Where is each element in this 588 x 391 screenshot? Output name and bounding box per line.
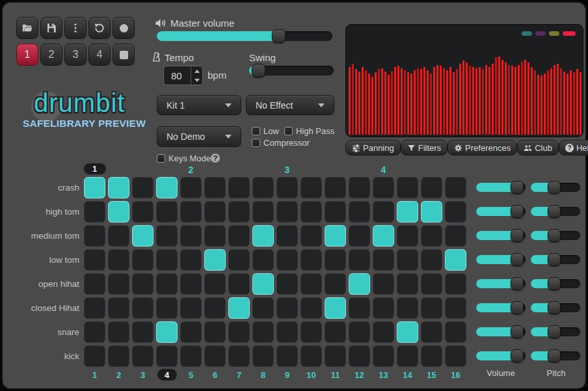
cell-crash-step-9[interactable] bbox=[276, 177, 298, 198]
keys-mode-checkbox[interactable] bbox=[157, 154, 165, 163]
cell-crash-step-5[interactable] bbox=[180, 177, 202, 198]
cell-snare-step-5[interactable] bbox=[180, 321, 202, 343]
cell-high-tom-step-15[interactable] bbox=[421, 201, 442, 222]
cell-open-hihat-step-4[interactable] bbox=[156, 273, 178, 295]
pitch-slider-closed-Hihat-thumb[interactable] bbox=[548, 301, 561, 314]
cell-crash-step-14[interactable] bbox=[397, 177, 418, 198]
high-pass-checkbox[interactable] bbox=[284, 127, 293, 135]
effect-select[interactable]: No Effect bbox=[246, 95, 334, 115]
cell-closed-Hihat-step-4[interactable] bbox=[156, 297, 178, 319]
cell-kick-step-4[interactable] bbox=[156, 345, 178, 367]
cell-medium-tom-step-11[interactable] bbox=[325, 225, 346, 247]
tempo-value[interactable]: 80 bbox=[164, 66, 191, 85]
pattern-3-button[interactable]: 3 bbox=[64, 44, 87, 66]
cell-kick-step-5[interactable] bbox=[180, 345, 202, 367]
pitch-slider-medium-tom[interactable] bbox=[531, 231, 580, 240]
pitch-slider-snare-thumb[interactable] bbox=[548, 325, 561, 338]
cell-kick-step-15[interactable] bbox=[421, 345, 442, 367]
volume-slider-snare[interactable] bbox=[476, 327, 526, 336]
pitch-slider-low-tom-thumb[interactable] bbox=[548, 253, 561, 266]
tempo-input[interactable]: 80 bbox=[163, 66, 203, 85]
pattern-2-button[interactable]: 2 bbox=[40, 44, 62, 66]
record-button[interactable] bbox=[113, 17, 135, 39]
cell-open-hihat-step-1[interactable] bbox=[84, 273, 105, 295]
volume-slider-medium-tom[interactable] bbox=[476, 231, 526, 240]
cell-high-tom-step-10[interactable] bbox=[301, 201, 322, 222]
cell-crash-step-12[interactable] bbox=[349, 177, 370, 198]
cell-low-tom-step-15[interactable] bbox=[421, 249, 442, 271]
cell-open-hihat-step-8[interactable] bbox=[252, 273, 274, 295]
volume-slider-high-tom[interactable] bbox=[476, 207, 526, 216]
cell-snare-step-2[interactable] bbox=[108, 321, 129, 343]
cell-high-tom-step-11[interactable] bbox=[325, 201, 346, 222]
cell-kick-step-3[interactable] bbox=[132, 345, 154, 367]
cell-snare-step-14[interactable] bbox=[397, 321, 418, 343]
cell-crash-step-11[interactable] bbox=[325, 177, 346, 198]
cell-medium-tom-step-13[interactable] bbox=[373, 225, 394, 247]
cell-kick-step-6[interactable] bbox=[204, 345, 226, 367]
club-button[interactable]: Club bbox=[517, 140, 559, 155]
cell-low-tom-step-16[interactable] bbox=[445, 249, 466, 271]
volume-slider-kick-thumb[interactable] bbox=[511, 349, 524, 362]
cell-high-tom-step-16[interactable] bbox=[445, 201, 466, 222]
pattern-1-button[interactable]: 1 bbox=[16, 44, 38, 66]
cell-low-tom-step-1[interactable] bbox=[84, 249, 105, 271]
cell-crash-step-7[interactable] bbox=[228, 177, 250, 198]
cell-closed-Hihat-step-8[interactable] bbox=[252, 297, 274, 319]
cell-medium-tom-step-8[interactable] bbox=[252, 225, 274, 247]
teal-mode-button[interactable] bbox=[522, 31, 532, 36]
cell-kick-step-16[interactable] bbox=[445, 345, 466, 367]
cell-medium-tom-step-10[interactable] bbox=[301, 225, 322, 247]
cell-low-tom-step-7[interactable] bbox=[228, 249, 250, 271]
cell-low-tom-step-5[interactable] bbox=[180, 249, 202, 271]
cell-kick-step-11[interactable] bbox=[325, 345, 346, 367]
cell-closed-Hihat-step-12[interactable] bbox=[349, 297, 370, 319]
cell-open-hihat-step-16[interactable] bbox=[445, 273, 466, 295]
low-checkbox[interactable] bbox=[252, 127, 260, 135]
pitch-slider-kick-thumb[interactable] bbox=[548, 349, 561, 362]
cell-snare-step-11[interactable] bbox=[325, 321, 346, 343]
cell-kick-step-9[interactable] bbox=[276, 345, 298, 367]
cell-snare-step-9[interactable] bbox=[276, 321, 298, 343]
cell-high-tom-step-14[interactable] bbox=[397, 201, 418, 222]
cell-snare-step-3[interactable] bbox=[132, 321, 154, 343]
cell-medium-tom-step-7[interactable] bbox=[228, 225, 250, 247]
cell-closed-Hihat-step-13[interactable] bbox=[373, 297, 394, 319]
cell-kick-step-1[interactable] bbox=[84, 345, 105, 367]
cell-kick-step-7[interactable] bbox=[228, 345, 250, 367]
panning-button[interactable]: Panning bbox=[345, 140, 401, 155]
cell-kick-step-2[interactable] bbox=[108, 345, 129, 367]
cell-closed-Hihat-step-10[interactable] bbox=[301, 297, 322, 319]
cell-kick-step-8[interactable] bbox=[252, 345, 274, 367]
pitch-slider-open-hihat[interactable] bbox=[531, 279, 580, 288]
volume-slider-low-tom-thumb[interactable] bbox=[511, 253, 524, 266]
pitch-slider-snare[interactable] bbox=[531, 327, 580, 336]
volume-slider-high-tom-thumb[interactable] bbox=[511, 205, 524, 218]
cell-medium-tom-step-5[interactable] bbox=[180, 225, 202, 247]
preferences-button[interactable]: Preferences bbox=[448, 140, 517, 155]
cell-snare-step-6[interactable] bbox=[204, 321, 226, 343]
volume-slider-closed-Hihat[interactable] bbox=[476, 303, 526, 312]
pitch-slider-crash-thumb[interactable] bbox=[548, 181, 561, 194]
stop-button[interactable] bbox=[113, 44, 135, 66]
cell-high-tom-step-2[interactable] bbox=[108, 201, 129, 222]
cell-high-tom-step-7[interactable] bbox=[228, 201, 250, 222]
pitch-slider-crash[interactable] bbox=[531, 183, 580, 192]
undo-button[interactable] bbox=[88, 17, 111, 39]
cell-snare-step-10[interactable] bbox=[301, 321, 322, 343]
cell-kick-step-10[interactable] bbox=[301, 345, 322, 367]
cell-closed-Hihat-step-14[interactable] bbox=[397, 297, 418, 319]
cell-snare-step-8[interactable] bbox=[252, 321, 274, 343]
keys-mode-help-icon[interactable]: ? bbox=[211, 154, 220, 163]
cell-kick-step-13[interactable] bbox=[373, 345, 394, 367]
master-volume-thumb[interactable] bbox=[272, 29, 286, 43]
cell-open-hihat-step-3[interactable] bbox=[132, 273, 154, 295]
pitch-slider-high-tom[interactable] bbox=[531, 207, 580, 216]
pitch-slider-low-tom[interactable] bbox=[531, 255, 580, 264]
cell-closed-Hihat-step-3[interactable] bbox=[132, 297, 154, 319]
cell-low-tom-step-14[interactable] bbox=[397, 249, 418, 271]
cell-open-hihat-step-15[interactable] bbox=[421, 273, 442, 295]
volume-slider-closed-Hihat-thumb[interactable] bbox=[511, 301, 524, 314]
cell-high-tom-step-5[interactable] bbox=[180, 201, 202, 222]
cell-medium-tom-step-16[interactable] bbox=[445, 225, 466, 247]
